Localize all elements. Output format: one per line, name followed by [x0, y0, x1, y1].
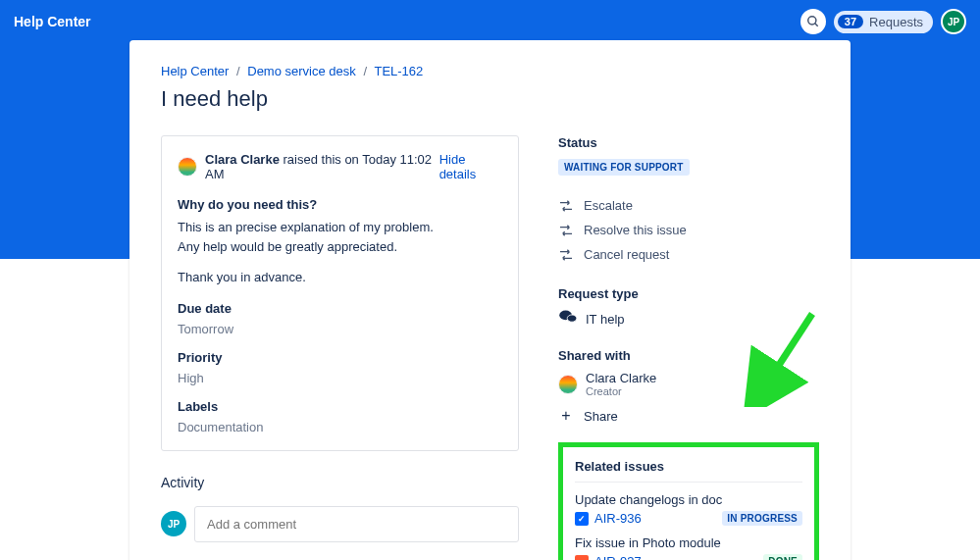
shared-avatar — [558, 375, 578, 394]
status-heading: Status — [558, 135, 819, 150]
search-button[interactable] — [800, 9, 826, 34]
related-issue: Fix issue in Photo module ■ AIR-937 DONE — [575, 535, 802, 560]
transition-icon — [558, 199, 574, 213]
request-type-heading: Request type — [558, 286, 819, 301]
shared-with-heading: Shared with — [558, 348, 819, 363]
why-label: Why do you need this? — [178, 197, 502, 212]
related-issue-summary: Fix issue in Photo module — [575, 535, 802, 550]
shared-name: Clara Clarke — [586, 371, 656, 385]
reporter-name: Clara Clarke — [205, 152, 280, 167]
due-date-label: Due date — [178, 301, 502, 316]
svg-point-0 — [808, 17, 816, 25]
requests-button[interactable]: 37 Requests — [834, 11, 933, 33]
share-button[interactable]: + Share — [558, 407, 819, 425]
labels-value: Documentation — [178, 420, 502, 434]
related-issue-key[interactable]: AIR-937 — [594, 554, 642, 560]
resolve-action[interactable]: Resolve this issue — [558, 218, 819, 242]
hide-details-link[interactable]: Hide details — [439, 152, 502, 181]
breadcrumb-help-center[interactable]: Help Center — [161, 64, 229, 78]
related-issue-status: DONE — [763, 554, 802, 560]
related-issue-summary: Update changelogs in doc — [575, 492, 802, 507]
brand-title[interactable]: Help Center — [14, 14, 91, 29]
shared-role: Creator — [586, 385, 656, 397]
comment-avatar: JP — [161, 511, 186, 536]
page-title: I need help — [161, 86, 819, 112]
svg-line-1 — [815, 24, 818, 26]
related-issue-status: IN PROGRESS — [722, 511, 802, 526]
reporter-avatar — [178, 157, 197, 177]
priority-value: High — [178, 371, 502, 385]
issue-type-icon: ✓ — [575, 512, 589, 526]
priority-label: Priority — [178, 350, 502, 365]
labels-label: Labels — [178, 399, 502, 414]
request-type-value: IT help — [586, 312, 625, 327]
cancel-action[interactable]: Cancel request — [558, 242, 819, 267]
user-avatar[interactable]: JP — [941, 9, 966, 34]
chat-icon — [558, 309, 578, 329]
search-icon — [806, 15, 820, 28]
related-issues-heading: Related issues — [575, 459, 802, 474]
escalate-action[interactable]: Escalate — [558, 193, 819, 218]
due-date-value: Tomorrow — [178, 322, 502, 336]
related-issue-key[interactable]: AIR-936 — [594, 511, 642, 526]
status-badge: WAITING FOR SUPPORT — [558, 159, 690, 176]
why-body: This is an precise explanation of my pro… — [178, 218, 502, 287]
breadcrumb: Help Center / Demo service desk / TEL-16… — [161, 64, 819, 78]
transition-icon — [558, 224, 574, 237]
requests-count-badge: 37 — [838, 15, 863, 28]
related-issues-panel: Related issues Update changelogs in doc … — [558, 442, 819, 560]
requests-label: Requests — [869, 15, 923, 29]
svg-point-3 — [567, 315, 577, 322]
plus-icon: + — [558, 407, 574, 425]
details-panel: Clara Clarke raised this on Today 11:02 … — [161, 135, 519, 451]
breadcrumb-project[interactable]: Demo service desk — [247, 64, 356, 78]
activity-heading: Activity — [161, 475, 519, 490]
comment-input[interactable] — [194, 506, 519, 542]
breadcrumb-issue[interactable]: TEL-162 — [374, 64, 423, 78]
issue-type-icon: ■ — [575, 555, 589, 561]
related-issue: Update changelogs in doc ✓ AIR-936 IN PR… — [575, 492, 802, 526]
transition-icon — [558, 248, 574, 262]
